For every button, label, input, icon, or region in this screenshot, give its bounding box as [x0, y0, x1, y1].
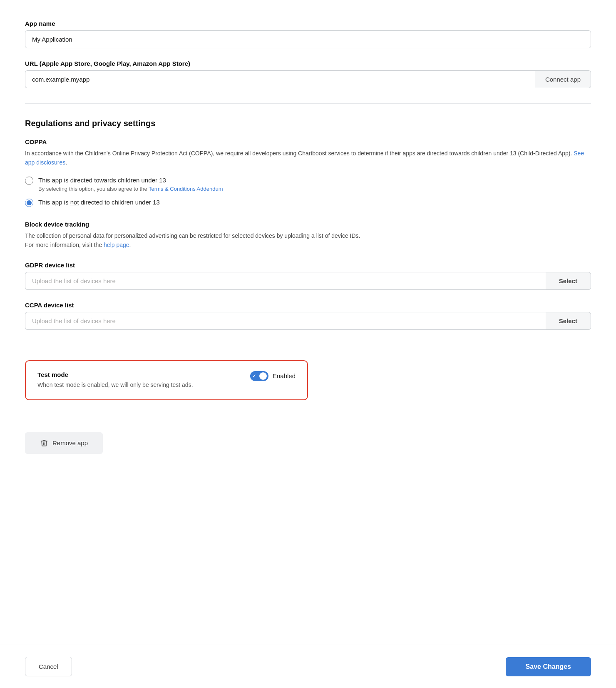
coppa-radio-input-1[interactable] — [25, 177, 33, 185]
coppa-radio-input-2[interactable] — [25, 199, 33, 207]
url-input[interactable] — [25, 70, 535, 88]
divider-2 — [25, 345, 591, 345]
test-mode-toggle-area: ✓ Enabled — [250, 371, 296, 381]
block-device-description: The collection of personal data for pers… — [25, 231, 591, 250]
app-name-input[interactable] — [25, 30, 591, 48]
terms-conditions-link[interactable]: Terms & Conditions Addendum — [149, 186, 223, 192]
coppa-description-text: In accordance with the Children's Online… — [25, 150, 572, 157]
coppa-sub-heading: COPPA — [25, 138, 591, 145]
main-content: App name URL (Apple App Store, Google Pl… — [0, 0, 616, 645]
regulations-section: Regulations and privacy settings COPPA I… — [25, 119, 591, 330]
gdpr-select-button[interactable]: Select — [546, 272, 591, 290]
coppa-radio-group: This app is directed towards children un… — [25, 176, 591, 207]
url-label: URL (Apple App Store, Google Play, Amazo… — [25, 60, 591, 67]
coppa-radio-option-1[interactable]: This app is directed towards children un… — [25, 176, 591, 192]
block-device-sub-heading: Block device tracking — [25, 221, 591, 228]
test-mode-title: Test mode — [37, 371, 237, 378]
coppa-radio-sublabel-1: By selecting this option, you also agree… — [38, 186, 223, 192]
coppa-section: COPPA In accordance with the Children's … — [25, 138, 591, 207]
toggle-slider: ✓ — [250, 371, 268, 381]
remove-app-button[interactable]: Remove app — [25, 432, 103, 454]
divider-1 — [25, 103, 591, 104]
app-name-group: App name — [25, 20, 591, 48]
coppa-description: In accordance with the Children's Online… — [25, 149, 591, 167]
remove-app-label: Remove app — [52, 439, 88, 446]
page-wrapper: App name URL (Apple App Store, Google Pl… — [0, 0, 616, 688]
url-group: URL (Apple App Store, Google Play, Amazo… — [25, 60, 591, 88]
test-mode-box: Test mode When test mode is enabled, we … — [25, 360, 308, 400]
cancel-button[interactable]: Cancel — [25, 657, 72, 676]
divider-3 — [25, 417, 591, 417]
gdpr-label: GDPR device list — [25, 262, 591, 269]
footer-bar: Cancel Save Changes — [0, 645, 616, 688]
ccpa-device-list-section: CCPA device list Select — [25, 302, 591, 330]
ccpa-field-wrapper: Select — [25, 312, 591, 330]
ccpa-label: CCPA device list — [25, 302, 591, 309]
gdpr-field-wrapper: Select — [25, 272, 591, 290]
block-device-section: Block device tracking The collection of … — [25, 221, 591, 250]
test-mode-toggle[interactable]: ✓ — [250, 371, 268, 381]
regulations-heading: Regulations and privacy settings — [25, 119, 591, 128]
help-page-link[interactable]: help page — [104, 242, 129, 248]
gdpr-input[interactable] — [25, 272, 546, 290]
url-field-wrapper: Connect app — [25, 70, 591, 88]
ccpa-select-button[interactable]: Select — [546, 312, 591, 330]
test-mode-toggle-label: Enabled — [273, 372, 296, 379]
test-mode-description: When test mode is enabled, we will only … — [37, 381, 237, 389]
test-mode-content: Test mode When test mode is enabled, we … — [37, 371, 237, 389]
coppa-radio-label-1: This app is directed towards children un… — [38, 176, 223, 185]
coppa-radio-option-2[interactable]: This app is not directed to children und… — [25, 198, 591, 207]
gdpr-device-list-section: GDPR device list Select — [25, 262, 591, 290]
trash-icon — [40, 439, 48, 447]
ccpa-input[interactable] — [25, 312, 546, 330]
coppa-radio-label-2: This app is not directed to children und… — [38, 198, 160, 207]
save-changes-button[interactable]: Save Changes — [506, 657, 591, 676]
connect-app-button[interactable]: Connect app — [535, 70, 591, 88]
app-name-label: App name — [25, 20, 591, 27]
